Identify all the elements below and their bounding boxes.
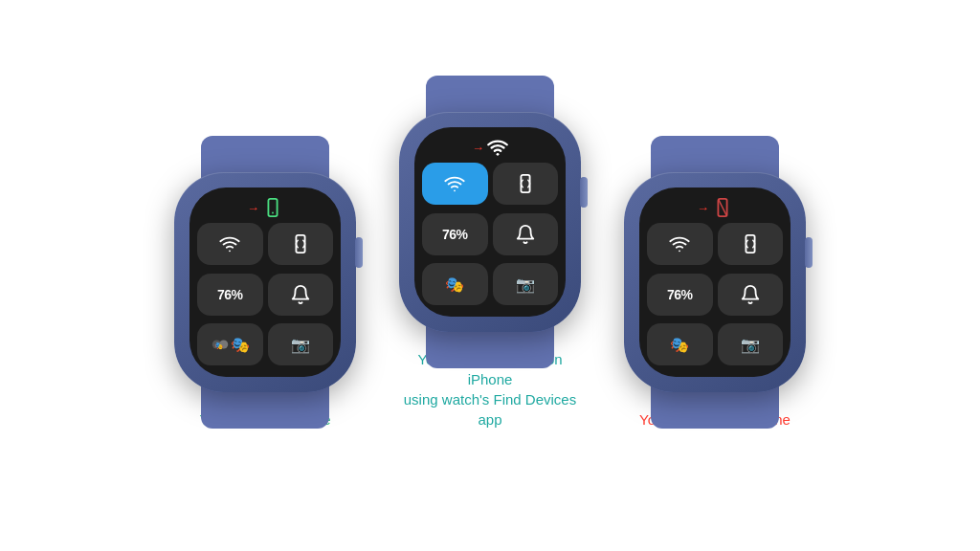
- red-arrow-2: →: [472, 141, 484, 155]
- theater-btn-3: 🎭: [647, 323, 713, 365]
- wifi-status-icon-2: [487, 137, 508, 158]
- watch-2: →: [399, 112, 581, 332]
- watch-case-3: →: [624, 172, 806, 392]
- screen-1: →: [189, 187, 341, 377]
- theater-btn-1: 🎭 🎭: [197, 323, 263, 365]
- svg-rect-0: [268, 199, 277, 216]
- phone-off-icon-3: [712, 197, 733, 218]
- svg-point-2: [229, 250, 231, 252]
- screen-3: →: [639, 187, 791, 377]
- svg-rect-3: [296, 235, 304, 253]
- main-scene: →: [0, 93, 980, 458]
- camera-btn-3: 📷: [718, 323, 784, 365]
- red-arrow-1: →: [247, 201, 259, 215]
- screen-2: →: [414, 127, 566, 317]
- theater-btn-2: 🎭: [422, 263, 488, 305]
- svg-point-7: [497, 153, 500, 156]
- svg-rect-13: [746, 235, 754, 253]
- wifi-btn-3: [647, 223, 713, 265]
- status-bar-3: →: [647, 197, 783, 218]
- svg-text:🎭: 🎭: [214, 342, 224, 350]
- camera-btn-2: 📷: [493, 263, 559, 305]
- camera-btn-1: 📷: [268, 323, 334, 365]
- controls-3: 76% 🎭: [647, 223, 783, 369]
- watch-column-2: →: [394, 112, 586, 430]
- battery-btn-3: 76%: [647, 274, 713, 316]
- watch-column-1: →: [174, 172, 356, 430]
- watch-1: →: [174, 172, 356, 392]
- ping-btn-2: [493, 163, 559, 205]
- svg-point-12: [679, 250, 680, 252]
- svg-line-11: [718, 199, 726, 216]
- bell-btn-2: [493, 213, 559, 255]
- bell-btn-3: [718, 274, 784, 316]
- watch-column-3: →: [624, 172, 806, 430]
- controls-1: 76%: [197, 223, 333, 369]
- watch-case-1: →: [174, 172, 356, 392]
- wifi-btn-1: [197, 223, 263, 265]
- watch-3: →: [624, 172, 806, 392]
- ping-btn-1: [268, 223, 334, 265]
- controls-2: 76% 🎭: [422, 163, 558, 309]
- battery-btn-1: 76%: [197, 274, 263, 316]
- watch-case-2: →: [399, 112, 581, 332]
- ping-btn-3: [718, 223, 784, 265]
- crown-1: [355, 237, 363, 268]
- wifi-btn-2: [422, 163, 488, 205]
- red-arrow-3: →: [697, 201, 709, 215]
- phone-icon-1: [262, 197, 283, 218]
- crown-2: [580, 177, 588, 208]
- bell-btn-1: [268, 274, 334, 316]
- svg-point-8: [454, 189, 456, 191]
- status-bar-1: →: [197, 197, 333, 218]
- svg-rect-9: [521, 175, 529, 192]
- battery-btn-2: 76%: [422, 213, 488, 255]
- status-bar-2: →: [422, 137, 558, 158]
- crown-3: [805, 237, 813, 268]
